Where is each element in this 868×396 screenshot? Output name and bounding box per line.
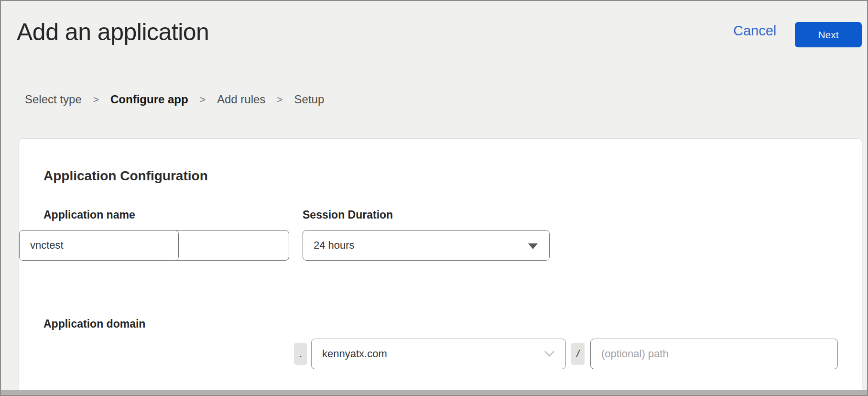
breadcrumb-separator: > xyxy=(200,94,206,105)
breadcrumb-step-add-rules[interactable]: Add rules xyxy=(217,93,265,106)
session-duration-value: 24 hours xyxy=(314,239,355,252)
breadcrumb-step-configure-app[interactable]: Configure app xyxy=(110,93,188,106)
cancel-button[interactable]: Cancel xyxy=(733,23,776,39)
path-input[interactable] xyxy=(590,339,838,369)
domain-select[interactable]: kennyatx.com xyxy=(311,339,566,369)
application-name-label: Application name xyxy=(43,209,135,221)
add-application-page: Add an application Cancel Next Select ty… xyxy=(0,0,868,396)
breadcrumb-step-select-type[interactable]: Select type xyxy=(25,93,82,106)
application-configuration-card: Application Configuration Application na… xyxy=(19,138,862,396)
subdomain-input[interactable] xyxy=(19,230,179,261)
application-domain-label: Application domain xyxy=(43,318,145,330)
caret-down-icon xyxy=(528,243,538,249)
dot-separator: . xyxy=(294,343,307,365)
breadcrumb-separator: > xyxy=(93,94,99,105)
page-title: Add an application xyxy=(17,18,209,46)
breadcrumb-step-setup[interactable]: Setup xyxy=(294,93,325,106)
domain-select-value: kennyatx.com xyxy=(322,348,387,360)
next-button[interactable]: Next xyxy=(795,22,862,47)
session-duration-label: Session Duration xyxy=(303,209,393,221)
chevron-down-icon xyxy=(544,347,554,357)
slash-separator: / xyxy=(571,343,585,365)
session-duration-select[interactable]: 24 hours xyxy=(303,230,550,261)
breadcrumb: Select type > Configure app > Add rules … xyxy=(25,93,324,106)
breadcrumb-separator: > xyxy=(277,94,282,105)
section-title: Application Configuration xyxy=(43,168,208,184)
window-bottom-edge xyxy=(1,390,867,395)
